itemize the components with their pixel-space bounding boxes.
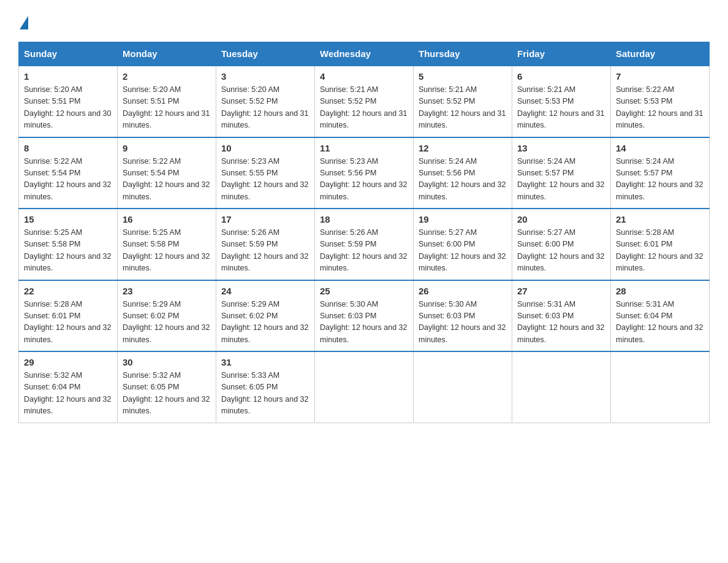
calendar-cell: 2 Sunrise: 5:20 AMSunset: 5:51 PMDayligh… — [118, 66, 216, 137]
day-number: 9 — [123, 143, 211, 153]
day-number: 12 — [419, 143, 507, 153]
day-number: 2 — [123, 71, 211, 82]
calendar-cell: 28 Sunrise: 5:31 AMSunset: 6:04 PMDaylig… — [611, 280, 710, 352]
calendar-cell: 6 Sunrise: 5:21 AMSunset: 5:53 PMDayligh… — [512, 66, 611, 137]
calendar-cell: 3 Sunrise: 5:20 AMSunset: 5:52 PMDayligh… — [216, 66, 315, 137]
calendar-week-2: 8 Sunrise: 5:22 AMSunset: 5:54 PMDayligh… — [19, 137, 710, 209]
calendar-cell: 1 Sunrise: 5:20 AMSunset: 5:51 PMDayligh… — [19, 66, 118, 137]
day-info: Sunrise: 5:26 AMSunset: 5:59 PMDaylight:… — [320, 228, 407, 272]
column-header-sunday: Sunday — [19, 42, 118, 66]
calendar-table: SundayMondayTuesdayWednesdayThursdayFrid… — [18, 42, 710, 423]
calendar-cell — [512, 351, 611, 423]
calendar-cell: 18 Sunrise: 5:26 AMSunset: 5:59 PMDaylig… — [315, 209, 414, 280]
calendar-header: SundayMondayTuesdayWednesdayThursdayFrid… — [19, 42, 710, 66]
day-number: 5 — [419, 71, 507, 82]
day-number: 14 — [616, 143, 704, 153]
logo — [18, 12, 28, 29]
day-info: Sunrise: 5:32 AMSunset: 6:04 PMDaylight:… — [24, 371, 111, 415]
day-number: 18 — [320, 214, 408, 224]
day-number: 17 — [221, 214, 309, 224]
calendar-cell: 9 Sunrise: 5:22 AMSunset: 5:54 PMDayligh… — [118, 137, 216, 209]
day-number: 4 — [320, 71, 408, 82]
day-info: Sunrise: 5:31 AMSunset: 6:03 PMDaylight:… — [517, 300, 604, 344]
calendar-cell: 30 Sunrise: 5:32 AMSunset: 6:05 PMDaylig… — [118, 351, 216, 423]
day-number: 10 — [221, 143, 309, 153]
day-number: 13 — [517, 143, 605, 153]
logo-block — [18, 12, 28, 29]
calendar-cell: 15 Sunrise: 5:25 AMSunset: 5:58 PMDaylig… — [19, 209, 118, 280]
day-info: Sunrise: 5:23 AMSunset: 5:56 PMDaylight:… — [320, 157, 407, 201]
calendar-cell: 31 Sunrise: 5:33 AMSunset: 6:05 PMDaylig… — [216, 351, 315, 423]
day-info: Sunrise: 5:31 AMSunset: 6:04 PMDaylight:… — [616, 300, 703, 344]
day-info: Sunrise: 5:29 AMSunset: 6:02 PMDaylight:… — [221, 300, 308, 344]
calendar-cell: 7 Sunrise: 5:22 AMSunset: 5:53 PMDayligh… — [611, 66, 710, 137]
calendar-cell: 14 Sunrise: 5:24 AMSunset: 5:57 PMDaylig… — [611, 137, 710, 209]
day-info: Sunrise: 5:24 AMSunset: 5:57 PMDaylight:… — [616, 157, 703, 201]
day-info: Sunrise: 5:21 AMSunset: 5:53 PMDaylight:… — [517, 85, 604, 129]
day-number: 11 — [320, 143, 408, 153]
day-info: Sunrise: 5:20 AMSunset: 5:51 PMDaylight:… — [123, 85, 210, 129]
page-header — [18, 12, 710, 29]
day-info: Sunrise: 5:30 AMSunset: 6:03 PMDaylight:… — [419, 300, 506, 344]
day-number: 19 — [419, 214, 507, 224]
day-info: Sunrise: 5:29 AMSunset: 6:02 PMDaylight:… — [123, 300, 210, 344]
column-header-monday: Monday — [118, 42, 216, 66]
calendar-cell: 26 Sunrise: 5:30 AMSunset: 6:03 PMDaylig… — [414, 280, 512, 352]
day-number: 15 — [24, 214, 112, 224]
calendar-cell: 21 Sunrise: 5:28 AMSunset: 6:01 PMDaylig… — [611, 209, 710, 280]
calendar-cell: 12 Sunrise: 5:24 AMSunset: 5:56 PMDaylig… — [414, 137, 512, 209]
day-number: 3 — [221, 71, 309, 82]
column-header-saturday: Saturday — [611, 42, 710, 66]
calendar-cell: 8 Sunrise: 5:22 AMSunset: 5:54 PMDayligh… — [19, 137, 118, 209]
day-info: Sunrise: 5:21 AMSunset: 5:52 PMDaylight:… — [320, 85, 407, 129]
day-info: Sunrise: 5:21 AMSunset: 5:52 PMDaylight:… — [419, 85, 506, 129]
calendar-week-3: 15 Sunrise: 5:25 AMSunset: 5:58 PMDaylig… — [19, 209, 710, 280]
day-info: Sunrise: 5:30 AMSunset: 6:03 PMDaylight:… — [320, 300, 407, 344]
day-number: 16 — [123, 214, 211, 224]
calendar-cell — [611, 351, 710, 423]
day-info: Sunrise: 5:27 AMSunset: 6:00 PMDaylight:… — [419, 228, 506, 272]
calendar-week-5: 29 Sunrise: 5:32 AMSunset: 6:04 PMDaylig… — [19, 351, 710, 423]
day-info: Sunrise: 5:22 AMSunset: 5:53 PMDaylight:… — [616, 85, 703, 129]
day-info: Sunrise: 5:25 AMSunset: 5:58 PMDaylight:… — [123, 228, 210, 272]
day-number: 24 — [221, 286, 309, 296]
calendar-cell: 10 Sunrise: 5:23 AMSunset: 5:55 PMDaylig… — [216, 137, 315, 209]
day-number: 30 — [123, 357, 211, 367]
calendar-cell: 27 Sunrise: 5:31 AMSunset: 6:03 PMDaylig… — [512, 280, 611, 352]
calendar-week-1: 1 Sunrise: 5:20 AMSunset: 5:51 PMDayligh… — [19, 66, 710, 137]
day-info: Sunrise: 5:20 AMSunset: 5:52 PMDaylight:… — [221, 85, 308, 129]
day-info: Sunrise: 5:28 AMSunset: 6:01 PMDaylight:… — [616, 228, 703, 272]
calendar-body: 1 Sunrise: 5:20 AMSunset: 5:51 PMDayligh… — [19, 66, 710, 423]
calendar-week-4: 22 Sunrise: 5:28 AMSunset: 6:01 PMDaylig… — [19, 280, 710, 352]
calendar-cell: 11 Sunrise: 5:23 AMSunset: 5:56 PMDaylig… — [315, 137, 414, 209]
day-info: Sunrise: 5:24 AMSunset: 5:57 PMDaylight:… — [517, 157, 604, 201]
calendar-cell: 23 Sunrise: 5:29 AMSunset: 6:02 PMDaylig… — [118, 280, 216, 352]
calendar-cell: 25 Sunrise: 5:30 AMSunset: 6:03 PMDaylig… — [315, 280, 414, 352]
day-info: Sunrise: 5:27 AMSunset: 6:00 PMDaylight:… — [517, 228, 604, 272]
column-header-thursday: Thursday — [414, 42, 512, 66]
day-number: 8 — [24, 143, 112, 153]
day-number: 7 — [616, 71, 704, 82]
calendar-cell: 13 Sunrise: 5:24 AMSunset: 5:57 PMDaylig… — [512, 137, 611, 209]
day-info: Sunrise: 5:22 AMSunset: 5:54 PMDaylight:… — [24, 157, 111, 201]
day-number: 26 — [419, 286, 507, 296]
day-number: 29 — [24, 357, 112, 367]
day-number: 28 — [616, 286, 704, 296]
calendar-cell — [315, 351, 414, 423]
day-info: Sunrise: 5:20 AMSunset: 5:51 PMDaylight:… — [24, 85, 111, 129]
calendar-cell: 19 Sunrise: 5:27 AMSunset: 6:00 PMDaylig… — [414, 209, 512, 280]
day-info: Sunrise: 5:28 AMSunset: 6:01 PMDaylight:… — [24, 300, 111, 344]
calendar-cell: 24 Sunrise: 5:29 AMSunset: 6:02 PMDaylig… — [216, 280, 315, 352]
calendar-cell: 4 Sunrise: 5:21 AMSunset: 5:52 PMDayligh… — [315, 66, 414, 137]
day-info: Sunrise: 5:23 AMSunset: 5:55 PMDaylight:… — [221, 157, 308, 201]
logo-line1 — [18, 12, 28, 29]
column-header-friday: Friday — [512, 42, 611, 66]
header-row: SundayMondayTuesdayWednesdayThursdayFrid… — [19, 42, 710, 66]
day-number: 1 — [24, 71, 112, 82]
day-info: Sunrise: 5:32 AMSunset: 6:05 PMDaylight:… — [123, 371, 210, 415]
day-number: 21 — [616, 214, 704, 224]
day-number: 22 — [24, 286, 112, 296]
day-info: Sunrise: 5:22 AMSunset: 5:54 PMDaylight:… — [123, 157, 210, 201]
calendar-cell: 20 Sunrise: 5:27 AMSunset: 6:00 PMDaylig… — [512, 209, 611, 280]
calendar-cell: 22 Sunrise: 5:28 AMSunset: 6:01 PMDaylig… — [19, 280, 118, 352]
